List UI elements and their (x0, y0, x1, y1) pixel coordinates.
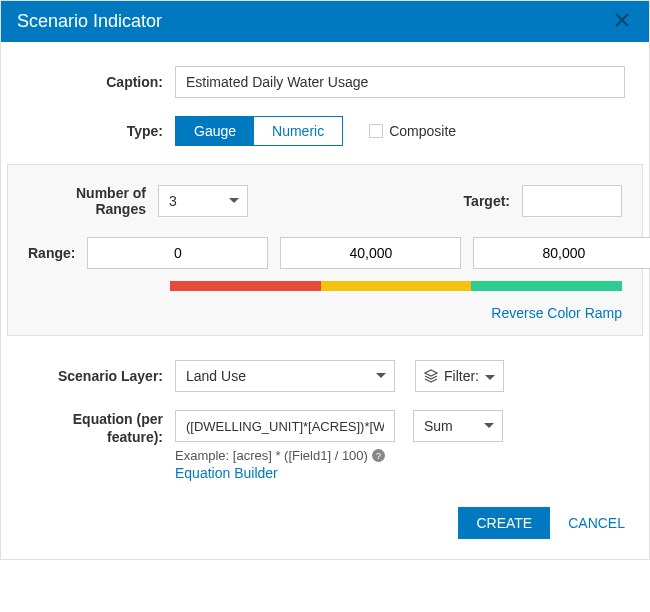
caption-row: Caption: (25, 66, 625, 98)
composite-label: Composite (389, 123, 456, 139)
close-icon[interactable] (611, 11, 633, 32)
equation-row: Equation (per feature): Sum Example: [ac… (25, 410, 625, 481)
scenario-layer-select[interactable]: Land Use (175, 360, 395, 392)
equation-input[interactable] (175, 410, 395, 442)
num-ranges-value: 3 (169, 193, 177, 209)
composite-checkbox-wrap: Composite (369, 123, 456, 139)
layers-icon (424, 369, 438, 383)
dialog-body: Caption: Type: Gauge Numeric Composite N… (1, 42, 649, 491)
chevron-down-icon (485, 368, 495, 384)
chevron-down-icon (484, 423, 494, 429)
range-label: Range: (28, 245, 87, 261)
num-ranges-label: Number of Ranges (28, 185, 158, 217)
type-numeric-button[interactable]: Numeric (254, 117, 342, 145)
scenario-layer-label: Scenario Layer: (25, 368, 175, 384)
target-input[interactable] (522, 185, 622, 217)
type-gauge-button[interactable]: Gauge (176, 117, 254, 145)
caption-label: Caption: (25, 74, 175, 90)
ramp-seg-2 (471, 281, 622, 291)
reverse-ramp-row: Reverse Color Ramp (170, 305, 622, 321)
scenario-indicator-dialog: Scenario Indicator Caption: Type: Gauge … (0, 0, 650, 560)
target-label: Target: (462, 193, 522, 209)
ramp-seg-0 (170, 281, 321, 291)
ranges-panel: Number of Ranges 3 Target: Range: (7, 164, 643, 336)
range-input-2[interactable] (473, 237, 650, 269)
composite-checkbox[interactable] (369, 124, 383, 138)
type-row: Type: Gauge Numeric Composite (25, 116, 625, 146)
aggregation-select[interactable]: Sum (413, 410, 503, 442)
range-inputs (87, 237, 650, 269)
type-toggle-group: Gauge Numeric (175, 116, 343, 146)
equation-label: Equation (per feature): (25, 410, 175, 446)
cancel-button[interactable]: CANCEL (568, 515, 625, 531)
filter-label: Filter: (444, 368, 479, 384)
dialog-title: Scenario Indicator (17, 11, 162, 32)
aggregation-value: Sum (424, 418, 453, 434)
caption-input[interactable] (175, 66, 625, 98)
range-input-0[interactable] (87, 237, 268, 269)
scenario-layer-value: Land Use (186, 368, 246, 384)
dialog-header: Scenario Indicator (1, 1, 649, 42)
range-input-1[interactable] (280, 237, 461, 269)
chevron-down-icon (229, 198, 239, 204)
equation-controls: Sum Example: [acres] * ([Field1] / 100) … (175, 410, 503, 481)
chevron-down-icon (376, 373, 386, 379)
create-button[interactable]: CREATE (458, 507, 550, 539)
help-icon[interactable]: ? (372, 449, 385, 462)
filter-button[interactable]: Filter: (415, 360, 504, 392)
scenario-layer-row: Scenario Layer: Land Use Filter: (25, 360, 625, 392)
reverse-color-ramp-link[interactable]: Reverse Color Ramp (491, 305, 622, 321)
type-label: Type: (25, 123, 175, 139)
color-ramp-row (170, 281, 622, 291)
ramp-seg-1 (321, 281, 472, 291)
equation-example-text: Example: [acres] * ([Field1] / 100) (175, 448, 368, 463)
range-row: Range: (28, 237, 622, 269)
ranges-top-row: Number of Ranges 3 Target: (28, 185, 622, 217)
num-ranges-select[interactable]: 3 (158, 185, 248, 217)
equation-example-row: Example: [acres] * ([Field1] / 100) ? (175, 448, 503, 463)
equation-builder-link[interactable]: Equation Builder (175, 465, 278, 481)
dialog-footer: CREATE CANCEL (1, 491, 649, 559)
color-ramp (170, 281, 622, 291)
